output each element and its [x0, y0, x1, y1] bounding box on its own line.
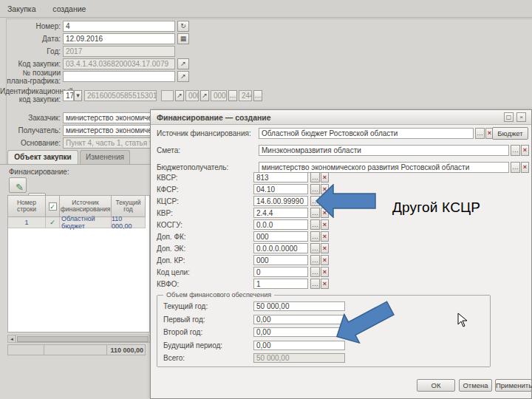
ellipsis-icon[interactable]: … — [228, 90, 237, 101]
clear-icon[interactable]: × — [521, 145, 529, 156]
open-ikz-icon[interactable]: ↗ — [175, 90, 184, 101]
amounts-groupbox: Объем финансового обеспечения Текущий го… — [157, 295, 491, 367]
dialog-label-smeta: Смета: — [157, 146, 256, 155]
clear-icon[interactable]: × — [321, 231, 329, 242]
date-input[interactable]: 12.09.2016 — [63, 33, 175, 44]
amount-row-first-year: Первый год:0,00 — [157, 315, 491, 324]
field-label-date: Дата: — [0, 35, 61, 44]
dop-kr-input[interactable]: 000 — [253, 255, 308, 265]
field-label-basis: Основание: — [0, 139, 61, 148]
kvfo-input[interactable]: 1 — [253, 279, 308, 289]
kbk-row-kvsr: КВСР:813…× — [157, 172, 334, 183]
ellipsis-icon[interactable]: … — [310, 172, 320, 183]
check-icon: ✓ — [49, 219, 57, 227]
clear-icon[interactable]: × — [321, 243, 329, 253]
cancel-button[interactable]: Отмена — [459, 379, 492, 392]
amounts-groupbox-legend: Объем финансового обеспечения — [163, 291, 274, 299]
ellipsis-icon[interactable]: … — [310, 243, 320, 253]
dialog-title: Финансирование — создание — [157, 113, 271, 122]
menu-item-sozdanie[interactable]: создание — [45, 0, 93, 13]
ikz-0000-input: 0000 — [211, 90, 227, 101]
tab-purchase-object[interactable]: Объект закупки — [7, 150, 78, 164]
maximize-icon[interactable]: ▢ — [504, 112, 514, 122]
budget-button[interactable]: Бюджет — [492, 127, 528, 140]
table-row-checkbox-cell[interactable]: ✓ — [46, 217, 60, 228]
purchase-code-input: 03.4.1.43.0368200034.17.0079 — [63, 58, 175, 69]
clear-icon[interactable]: × — [321, 172, 329, 183]
table-row-current-year-cell[interactable]: 110 000,00 — [112, 217, 146, 228]
field-label-receiver: Получатель: — [0, 126, 61, 135]
kbk-row-target-code: Код цели:0…× — [157, 267, 334, 277]
smeta-input[interactable]: Минэкономразвития области — [259, 145, 509, 156]
amount-row-second-year: Второй год:0,00 — [157, 327, 491, 337]
tab-changes[interactable]: Изменения — [80, 150, 130, 164]
open-plan-position-icon[interactable]: ↗ — [177, 71, 189, 82]
ellipsis-icon[interactable]: … — [511, 162, 520, 173]
kvsr-input[interactable]: 813 — [253, 172, 308, 183]
table-row-number-cell[interactable]: 1 — [8, 217, 46, 228]
target-code-input[interactable]: 0 — [253, 267, 308, 277]
table-row-source-cell[interactable]: Областной бюджет — [60, 217, 112, 228]
column-header-row-number[interactable]: Номер строки — [7, 195, 46, 217]
callout-arrow-kcsr — [316, 184, 376, 218]
column-header-source[interactable]: Источник финансирования — [60, 195, 112, 217]
apply-button[interactable]: Применить — [495, 379, 532, 392]
totals-cell-empty — [44, 344, 107, 355]
calendar-icon[interactable]: ▦ — [177, 33, 189, 44]
scroll-left-icon[interactable]: ◂ — [8, 335, 16, 342]
open-kvr-icon[interactable]: ↗ — [200, 90, 209, 101]
number-input[interactable]: 4 — [63, 21, 175, 32]
checkbox-checked-icon: ✓ — [49, 202, 57, 211]
kosgu-input[interactable]: 0.0.0 — [253, 219, 308, 230]
plan-position-input[interactable] — [63, 71, 175, 82]
future-period-input[interactable]: 0,00 — [253, 341, 345, 350]
field-label-customer: Заказчик: — [0, 114, 61, 123]
callout-text: Другой КСЦР — [392, 200, 480, 216]
clear-icon[interactable]: × — [321, 267, 329, 277]
dialog-titlebar[interactable]: Финансирование — создание ▢ × — [151, 110, 531, 125]
close-icon[interactable]: × — [516, 112, 526, 122]
amount-row-future-period: Будущий период:0,00 — [157, 341, 491, 350]
ellipsis-icon[interactable]: … — [310, 267, 320, 277]
kbk-fields: КВСР:813…× КФСР:04.10…× КЦСР:14.6.00.999… — [157, 172, 334, 290]
scrollbar-thumb[interactable] — [17, 336, 149, 342]
horizontal-scrollbar[interactable]: ◂ — [7, 335, 150, 343]
kvr-input[interactable]: 2.4.4 — [253, 208, 308, 218]
kfsr-input[interactable]: 04.10 — [253, 184, 308, 194]
funding-source-input[interactable]: Областной бюджет Ростовской области — [259, 128, 474, 139]
open-purchase-code-icon[interactable]: ↗ — [177, 58, 189, 69]
field-label-purchase-code: Код закупки: — [0, 60, 61, 69]
column-header-checkbox[interactable]: ✓ — [46, 195, 60, 217]
ellipsis-icon[interactable]: … — [310, 255, 320, 265]
ellipsis-icon[interactable]: … — [310, 279, 320, 289]
totals-amount: 110 000,00 — [107, 344, 146, 355]
column-header-current-year[interactable]: Текущий год — [112, 195, 146, 217]
ellipsis-icon[interactable]: … — [475, 128, 485, 139]
ellipsis-icon[interactable]: … — [511, 145, 520, 156]
ellipsis-icon[interactable]: … — [310, 219, 320, 230]
chevron-down-icon[interactable]: ▾ — [74, 90, 82, 101]
dialog-label-budget-receiver: Бюджетополучатель: — [157, 163, 256, 172]
kbk-row-kosgu: КОСГУ:0.0.0…× — [157, 219, 334, 230]
dop-ek-input[interactable]: 0.0.0.0.0000 — [253, 243, 308, 253]
clear-icon[interactable]: × — [321, 219, 329, 230]
generate-number-icon[interactable]: ↻ — [177, 21, 189, 32]
kcsr-input[interactable]: 14.6.00.99990 — [253, 196, 308, 206]
ok-button[interactable]: ОК — [417, 379, 455, 392]
edit-row-button[interactable]: ✎ — [9, 177, 27, 193]
budget-receiver-input[interactable]: министерство экономического развития Рос… — [259, 162, 509, 173]
clear-icon[interactable]: × — [321, 255, 329, 265]
ellipsis-icon[interactable]: … — [253, 90, 262, 101]
dop-fk-input[interactable]: 000 — [253, 231, 308, 242]
field-label-year: Год: — [0, 47, 61, 56]
pencil-icon: ✎ — [16, 184, 24, 191]
clear-icon[interactable]: × — [521, 162, 529, 173]
field-label-plan-position: № позиции плана-графика: — [0, 69, 61, 85]
field-label-number: Номер: — [0, 22, 61, 31]
ellipsis-icon[interactable]: … — [310, 231, 320, 242]
ikz-code-input: 26160050585515301001 — [84, 90, 157, 101]
current-year-input[interactable]: 50 000,00 — [253, 301, 345, 311]
clear-icon[interactable]: × — [321, 279, 329, 289]
menu-item-zakupka[interactable]: Закупка — [0, 0, 44, 13]
ikz-prefix-select[interactable]: 17 — [63, 90, 74, 101]
